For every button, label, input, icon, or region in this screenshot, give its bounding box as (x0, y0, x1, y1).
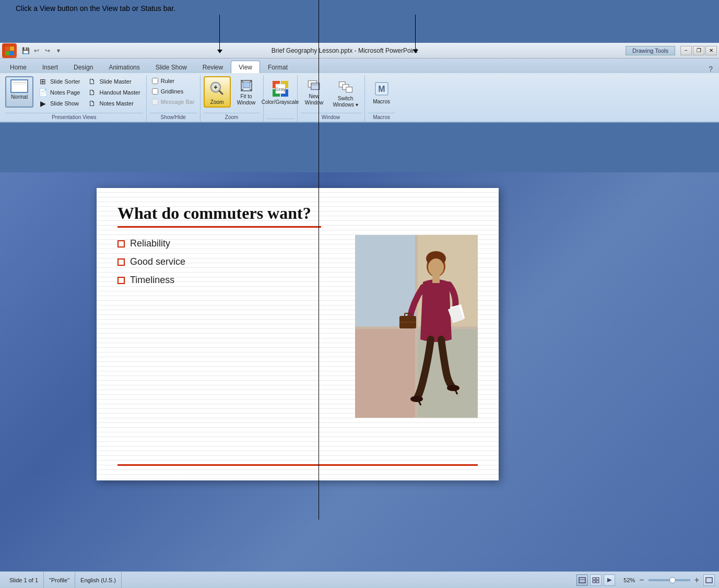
slide-bottom-line (117, 464, 478, 466)
message-bar-checkbox[interactable]: Message Bar (150, 97, 197, 107)
slide-info: Slide 1 of 1 (4, 572, 44, 588)
undo-btn[interactable]: ↩ (32, 46, 41, 55)
slide-master-button[interactable]: 🗋 Slide Master (85, 76, 143, 86)
gridlines-check-input[interactable] (152, 88, 158, 95)
ruler-checkbox[interactable]: Ruler (150, 76, 197, 86)
svg-point-41 (410, 396, 423, 402)
color-grayscale-group-label (267, 119, 294, 122)
annotation-arrow-2 (415, 15, 416, 50)
tab-insert[interactable]: Insert (34, 61, 66, 73)
group-zoom: Zoom Fit to Window Zoom (201, 75, 264, 122)
svg-rect-55 (707, 579, 711, 582)
zoom-icon (208, 79, 227, 98)
svg-rect-52 (596, 581, 599, 583)
gridlines-checkbox[interactable]: Gridlines (150, 87, 197, 96)
svg-rect-22 (311, 83, 319, 90)
ribbon-content: Normal ⊞ Slide Sorter 📄 Notes Page ▶ Sli… (0, 73, 719, 122)
slide-title-underline (117, 226, 321, 228)
macros-button[interactable]: M Macros (368, 76, 395, 108)
group-show-hide: Ruler Gridlines Message Bar Show/Hide (147, 75, 201, 122)
slide-master-icon: 🗋 (87, 77, 97, 86)
switch-windows-icon (337, 81, 355, 94)
slideshow-status-btn[interactable] (604, 574, 615, 586)
minimize-button[interactable]: − (680, 46, 692, 55)
handout-master-button[interactable]: 🗋 Handout Master (85, 87, 143, 97)
drawing-tools-badge: Drawing Tools (626, 46, 675, 55)
color-grayscale-button[interactable]: Gray Color/Grayscale (267, 76, 294, 108)
slide-show-icon: ▶ (38, 99, 48, 108)
notes-page-icon: 📄 (38, 88, 48, 97)
slide-show-button[interactable]: ▶ Slide Show (36, 98, 82, 108)
notes-master-icon: 🗋 (87, 99, 97, 108)
fit-to-window-button[interactable]: Fit to Window (233, 76, 260, 108)
handout-master-icon: 🗋 (87, 88, 97, 97)
close-button[interactable]: ✕ (705, 46, 717, 55)
svg-rect-32 (355, 329, 415, 418)
zoom-label: Zoom (210, 99, 224, 105)
fit-to-window-label: Fit to Window (234, 93, 258, 106)
tab-design[interactable]: Design (66, 61, 101, 73)
group-macros: M Macros Macros (365, 75, 398, 122)
slide-sorter-status-btn[interactable] (590, 574, 602, 586)
zoom-slider[interactable] (649, 579, 690, 581)
tab-format[interactable]: Format (260, 61, 296, 73)
tab-review[interactable]: Review (195, 61, 231, 73)
color-grayscale-label: Color/Grayscale (262, 99, 299, 105)
normal-status-btn[interactable] (576, 574, 588, 586)
color-grayscale-icon: Gray (272, 80, 289, 98)
theme-info: "Profile" (44, 572, 75, 588)
svg-text:M: M (378, 85, 385, 93)
save-quick-btn[interactable]: 💾 (21, 46, 30, 55)
customize-btn[interactable]: ▾ (54, 46, 63, 55)
window-group-label: Window (301, 113, 361, 122)
zoom-button[interactable]: Zoom (204, 76, 231, 108)
new-window-icon (307, 79, 322, 92)
zoom-out-button[interactable]: − (637, 575, 646, 585)
svg-marker-53 (607, 578, 612, 582)
normal-label: Normal (11, 94, 28, 100)
tab-home[interactable]: Home (2, 61, 34, 73)
notes-page-button[interactable]: 📄 Notes Page (36, 87, 82, 97)
zoom-in-button[interactable]: + (692, 575, 701, 585)
group-color-grayscale: Gray Color/Grayscale (264, 75, 298, 122)
svg-text:Gray: Gray (275, 87, 286, 92)
normal-view-button[interactable]: Normal (5, 76, 33, 108)
status-right-controls: 52% − + (576, 574, 715, 586)
svg-rect-30 (355, 235, 415, 326)
tab-animations[interactable]: Animations (101, 61, 147, 73)
ruler-check-input[interactable] (152, 78, 158, 84)
tab-view[interactable]: View (231, 61, 260, 73)
bullet-box-1 (117, 240, 125, 248)
main-area: What do commuters want? Reliability Good… (0, 172, 719, 571)
ribbon: Home Insert Design Animations Slide Show… (0, 58, 719, 123)
new-window-button[interactable]: New Window (301, 76, 328, 108)
svg-rect-50 (596, 578, 599, 580)
slide-sorter-button[interactable]: ⊞ Slide Sorter (36, 76, 82, 86)
macros-group-label: Macros (368, 113, 395, 122)
switch-windows-button[interactable]: Switch Windows ▾ (330, 78, 361, 110)
svg-point-42 (447, 385, 459, 391)
slide-title: What do commuters want? (117, 204, 478, 223)
office-button[interactable] (2, 43, 17, 58)
tab-slideshow[interactable]: Slide Show (148, 61, 195, 73)
svg-rect-49 (593, 578, 595, 580)
notes-master-button[interactable]: 🗋 Notes Master (85, 98, 143, 108)
svg-rect-0 (5, 46, 9, 51)
restore-button[interactable]: ❐ (693, 46, 704, 55)
show-hide-label: Show/Hide (150, 113, 197, 122)
slide-canvas[interactable]: What do commuters want? Reliability Good… (97, 188, 499, 480)
svg-rect-47 (579, 578, 585, 583)
svg-point-46 (428, 258, 444, 276)
fit-slide-status-btn[interactable] (703, 574, 715, 586)
redo-btn[interactable]: ↪ (43, 46, 52, 55)
help-icon[interactable]: ? (709, 65, 717, 73)
group-window: New Window Switch Windows ▾ Window (298, 75, 365, 122)
macros-icon: M (373, 80, 390, 97)
annotation-arrow-1 (219, 15, 220, 50)
commuter-illustration (355, 235, 478, 418)
status-bar: Slide 1 of 1 "Profile" English (U.S.) 52… (0, 571, 719, 588)
zoom-slider-thumb[interactable] (669, 577, 676, 583)
svg-rect-26 (346, 87, 352, 92)
fit-to-window-icon (238, 79, 255, 92)
message-bar-check-input[interactable] (152, 99, 158, 105)
